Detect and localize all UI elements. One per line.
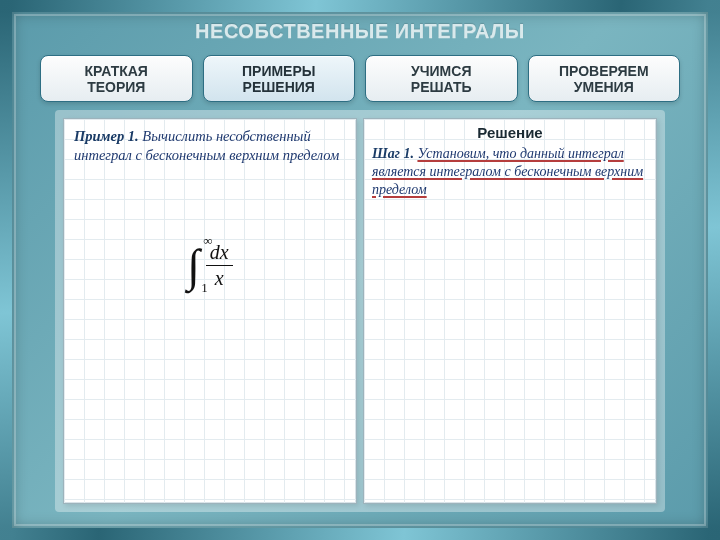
integral-upper: ∞ (203, 233, 212, 249)
problem-text: Пример 1. Вычислить несобственный интегр… (74, 127, 346, 165)
integral-denominator: x (206, 266, 233, 290)
step-lead: Шаг 1. (372, 146, 414, 161)
integral-expression: ∫ ∞ 1 dx x (64, 239, 356, 292)
grid-bg (64, 119, 356, 503)
integral-lower: 1 (201, 280, 208, 296)
integral-symbol: ∫ (187, 240, 200, 291)
tab-bar: КРАТКАЯ ТЕОРИЯ ПРИМЕРЫ РЕШЕНИЯ УЧИМСЯ РЕ… (40, 55, 680, 102)
page-title: НЕСОБСТВЕННЫЕ ИНТЕГРАЛЫ (0, 20, 720, 43)
tab-theory[interactable]: КРАТКАЯ ТЕОРИЯ (40, 55, 193, 102)
solution-step: Шаг 1. Установим, что данный интеграл яв… (372, 145, 650, 199)
tab-check[interactable]: ПРОВЕРЯЕМ УМЕНИЯ (528, 55, 681, 102)
problem-lead: Пример 1. (74, 128, 139, 144)
worksheet-area: Пример 1. Вычислить несобственный интегр… (55, 110, 665, 512)
tab-learn[interactable]: УЧИМСЯ РЕШАТЬ (365, 55, 518, 102)
solution-heading: Решение (364, 124, 656, 141)
integral-sign: ∫ ∞ 1 (187, 239, 200, 292)
problem-sheet: Пример 1. Вычислить несобственный интегр… (63, 118, 357, 504)
solution-sheet: Решение Шаг 1. Установим, что данный инт… (363, 118, 657, 504)
tab-examples[interactable]: ПРИМЕРЫ РЕШЕНИЯ (203, 55, 356, 102)
